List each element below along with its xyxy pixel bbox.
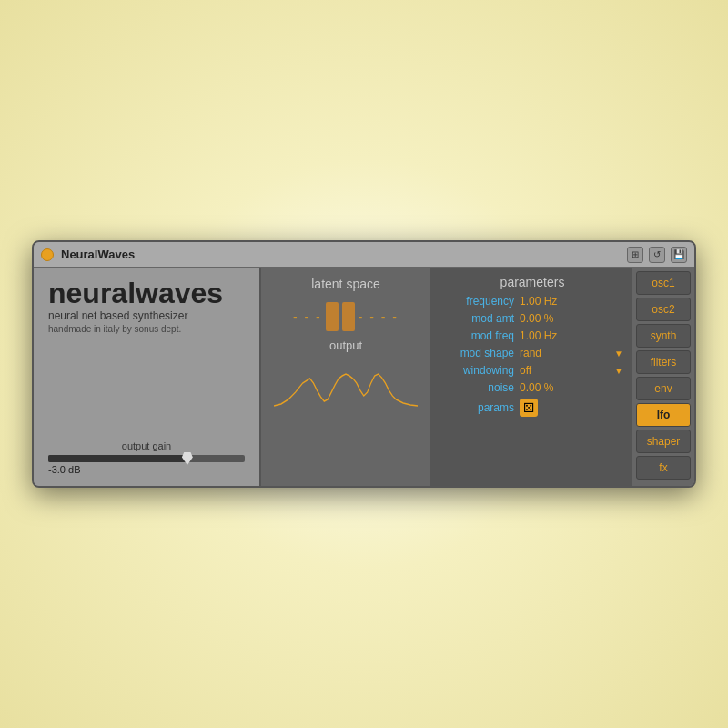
sidebar-btn-osc1[interactable]: osc1 — [636, 271, 691, 295]
right-sidebar: osc1 osc2 synth filters env lfo shaper f… — [632, 268, 694, 486]
plugin-name: neuralwaves — [48, 278, 245, 308]
gain-slider-thumb[interactable] — [182, 452, 193, 465]
output-gain-section: output gain -3.0 dB — [48, 440, 245, 475]
windowing-dropdown-icon[interactable]: ▼ — [614, 366, 623, 376]
param-name-mod-amt: mod amt — [441, 312, 514, 325]
sidebar-btn-lfo[interactable]: lfo — [636, 403, 691, 427]
output-gain-label: output gain — [48, 440, 245, 451]
window-controls: ⊞ ↺ 💾 — [627, 247, 687, 263]
latent-dashes-right: - - - - — [359, 309, 399, 324]
sidebar-btn-shaper[interactable]: shaper — [636, 430, 691, 453]
title-bar: NeuralWaves ⊞ ↺ 💾 — [34, 242, 694, 268]
param-row-params: params ⚄ — [441, 399, 623, 417]
parameters-panel: parameters frequency 1.00 Hz mod amt 0.0… — [432, 268, 632, 486]
plugin-window: NeuralWaves ⊞ ↺ 💾 neuralwaves neural net… — [32, 240, 696, 488]
sidebar-btn-env[interactable]: env — [636, 377, 691, 400]
center-panel: latent space - - - - - - - output — [261, 268, 432, 486]
param-value-mod-amt[interactable]: 0.00 % — [520, 312, 623, 325]
param-row-mod-amt: mod amt 0.00 % — [441, 312, 623, 325]
param-value-frequency[interactable]: 1.00 Hz — [520, 295, 623, 308]
mod-shape-dropdown-icon[interactable]: ▼ — [614, 349, 623, 359]
waveform-svg — [274, 356, 418, 420]
param-row-windowing: windowing off ▼ — [441, 364, 623, 377]
sidebar-btn-filters[interactable]: filters — [636, 350, 691, 374]
gain-slider-fill — [48, 455, 186, 462]
param-name-noise: noise — [441, 381, 514, 394]
params-dice-button[interactable]: ⚄ — [520, 399, 538, 417]
latent-dashes-left: - - - — [293, 309, 322, 324]
param-name-frequency: frequency — [441, 295, 514, 308]
param-name-params: params — [441, 401, 514, 414]
param-name-mod-freq: mod freq — [441, 329, 514, 342]
gain-value: -3.0 dB — [48, 464, 245, 475]
latent-bar-1 — [326, 302, 339, 331]
param-row-mod-freq: mod freq 1.00 Hz — [441, 329, 623, 342]
resize-button[interactable]: ⊞ — [627, 247, 643, 263]
param-value-noise[interactable]: 0.00 % — [520, 381, 623, 394]
latent-space-title: latent space — [274, 277, 418, 291]
parameters-title: parameters — [441, 275, 623, 289]
output-label: output — [274, 339, 418, 352]
param-row-frequency: frequency 1.00 Hz — [441, 295, 623, 308]
close-button[interactable]: 💾 — [671, 247, 687, 263]
param-value-mod-freq[interactable]: 1.00 Hz — [520, 329, 623, 342]
param-row-noise: noise 0.00 % — [441, 381, 623, 394]
param-value-windowing[interactable]: off — [520, 364, 609, 377]
param-row-mod-shape: mod shape rand ▼ — [441, 347, 623, 359]
plugin-credit: handmade in italy by sonus dept. — [48, 324, 245, 334]
main-content: neuralwaves neural net based synthesizer… — [34, 268, 694, 486]
latent-space-display[interactable]: - - - - - - - — [274, 298, 418, 335]
window-title: NeuralWaves — [61, 248, 627, 261]
sidebar-btn-synth[interactable]: synth — [636, 324, 691, 348]
plugin-subtitle: neural net based synthesizer — [48, 309, 245, 322]
latent-bar-2 — [342, 302, 355, 331]
left-panel: neuralwaves neural net based synthesizer… — [34, 268, 261, 486]
param-value-mod-shape[interactable]: rand — [520, 347, 609, 359]
param-name-mod-shape: mod shape — [441, 347, 514, 359]
gain-slider-track[interactable] — [48, 455, 245, 462]
settings-button[interactable]: ↺ — [649, 247, 665, 263]
sidebar-btn-osc2[interactable]: osc2 — [636, 298, 691, 321]
waveform-area — [274, 356, 418, 477]
latent-bars — [326, 302, 355, 331]
power-led — [41, 248, 54, 261]
param-name-windowing: windowing — [441, 364, 514, 377]
sidebar-btn-fx[interactable]: fx — [636, 456, 691, 480]
